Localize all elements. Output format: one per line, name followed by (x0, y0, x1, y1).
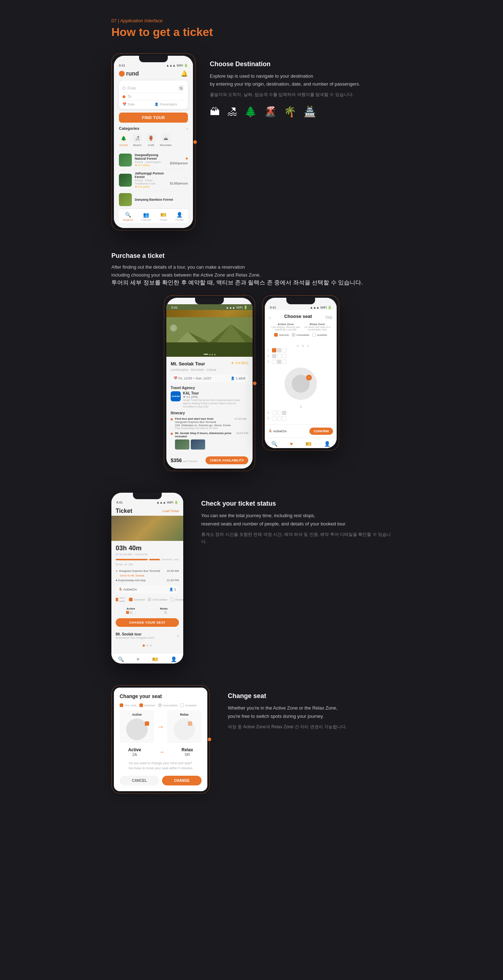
date-row: 📅 Fri, 11/25 ~ Sun, 11/27 👤 1 adult (171, 374, 248, 382)
ticket-app-header: Ticket Load Ticket (111, 505, 183, 516)
zone-change-indicator: Active 2A → Relax 5R (120, 747, 202, 757)
change-seat-card: Change your seat Your seat Selected (114, 687, 207, 791)
seat-4A[interactable] (272, 411, 276, 415)
nav-profile-3[interactable]: 👤 (171, 656, 177, 662)
nav-friends[interactable]: 👥 Friends (141, 212, 151, 221)
tour-rating: ★ 4.9 (501) (231, 361, 248, 365)
nav-wishlist-2[interactable]: ♥ (136, 656, 140, 662)
load-ticket-link[interactable]: Load Ticket (162, 509, 179, 513)
from-row[interactable]: From ⇅ (122, 83, 184, 93)
passengers-field[interactable]: 👤 Passengers (154, 102, 184, 106)
tour-item-3[interactable]: Danyang Bamboo Forest (119, 191, 188, 208)
dot-marker-1 (193, 140, 197, 144)
nav-ticket[interactable]: 🎫 Ticket (160, 212, 167, 221)
from-icon (122, 87, 125, 89)
nav-ticket-2[interactable]: 🎫 (305, 441, 311, 447)
seat-4B[interactable] (277, 411, 281, 415)
my-seat-indicator (126, 611, 129, 614)
fav-icon-1[interactable]: ♥ (186, 156, 188, 161)
tour-info-2: Jathyanggi Pureun Forest Forest · Other … (135, 172, 167, 188)
section2-desc: After finding out the details of a tour,… (111, 263, 392, 279)
to-row[interactable]: To (122, 93, 184, 100)
zone-change-arrow: → (157, 722, 164, 731)
skip-btn[interactable]: Skip (325, 315, 332, 319)
cat-forest[interactable]: 🌲 Forest (119, 134, 128, 147)
seat-2A (272, 354, 276, 358)
cat-beach[interactable]: 🏖 Beach (133, 134, 142, 147)
icon-mountain-dec: 🏔 (210, 106, 220, 118)
bottom-nav: 🔍 Explore 👥 Friends 🎫 Ticket 👤 (119, 208, 188, 223)
active-seat-marker (145, 721, 149, 726)
status-bar-2: 9:41 ▲▲▲ WiFi 🔋 (167, 304, 252, 310)
itin-item-2: Mt. Seolak Stop 5 hours, Admission price… (171, 431, 248, 450)
find-tour-button[interactable]: FIND TOUR (119, 113, 188, 123)
active-zone-map: Active (120, 710, 154, 743)
seat-row-1: 1 (268, 348, 286, 352)
bell-icon[interactable]: 🔔 (181, 70, 188, 77)
confirm-button[interactable]: CONFIRM (309, 428, 333, 435)
section3-desc: You can see the total journey time, incl… (201, 512, 392, 528)
nav-explore-2[interactable]: 🔍 (271, 441, 278, 447)
cat-craft[interactable]: 🏺 Craft (146, 134, 156, 147)
nav-wishlist[interactable]: ♥ (290, 441, 293, 447)
tour-item-2[interactable]: Jathyanggi Pureun Forest Forest · Other … (119, 169, 188, 191)
section1-korean: 출발지와 도착지, 날짜, 탑승객 수를 입력하여 여행지를 탐색할 수 있습니… (210, 91, 392, 98)
relax-zone-label: Relax Zone Lie down and relax in a comfo… (302, 323, 332, 331)
seat-1A[interactable] (272, 348, 276, 352)
date-field[interactable]: 📅 Date (122, 102, 152, 106)
app-header: rund 🔔 (119, 68, 188, 81)
ticket-title: Ticket (116, 508, 132, 514)
nav-explore[interactable]: 🔍 Explore (123, 212, 133, 221)
nav-profile-2[interactable]: 👤 (324, 441, 330, 447)
mini-seat-visual: Active Relax (116, 606, 179, 615)
tour-info-3: Danyang Bamboo Forest (135, 198, 188, 201)
nav-ticket-3[interactable]: 🎫 (152, 656, 158, 662)
itinerary-section: Itinerary Find bus and start tour from G… (171, 411, 248, 450)
phone-notch-3 (286, 298, 315, 304)
seat-3C[interactable] (282, 360, 286, 364)
seat-5C[interactable] (282, 417, 286, 421)
change-desc: Do you want to change your zone and seat… (120, 761, 202, 771)
price-row: $356 per Person CHECK AVAILABILITY (171, 453, 248, 464)
section-label: 07 | Application Interface (111, 18, 392, 23)
category-icons-decorative: 🏔 🏖 🌲 🌋 🌴 🏯 (210, 106, 392, 118)
tour-info-1: Daegwallyeong Natural Forest Forest · La… (135, 153, 167, 167)
seat-1B (277, 348, 281, 352)
seat-2C[interactable] (282, 354, 286, 358)
to-icon (122, 95, 125, 98)
fav-icon-2[interactable]: ♡ (184, 176, 188, 181)
itin-drive: Drive to Mt. Seolak (116, 573, 179, 578)
agency-logo: HANJIN (171, 391, 181, 401)
section3-heading: Check your ticket status (201, 500, 392, 508)
section4-heading: Change seat (228, 692, 392, 700)
seat-1C[interactable] (282, 348, 286, 352)
seat-info: 🪑 Active/2A (268, 430, 287, 433)
cancel-button[interactable]: CANCEL (120, 776, 159, 786)
agency-info: KAL Tour ★ 4.1 (263) Hanjin Travel has g… (183, 391, 248, 408)
change-seat-dashed: Change your seat Your seat Selected (111, 685, 210, 794)
seat-3B (277, 360, 281, 364)
carousel-dot-3 (214, 354, 216, 355)
legend-selected-box (274, 333, 278, 337)
section4-text: Change seat Whether you're in the Active… (228, 685, 392, 733)
nav-profile[interactable]: 👤 Profile (175, 212, 184, 221)
ticket-phone-wrapper: 9:41 ▲▲▲ WiFi 🔋 Ticket Load Ticket 03h 4… (111, 493, 183, 663)
back-icon-seat[interactable]: ‹ (269, 315, 271, 320)
seat-5A[interactable] (272, 417, 276, 421)
arrow-icon[interactable]: › (177, 633, 179, 639)
tour-name: Mt. Seolak Tour (171, 361, 205, 366)
seat-3A[interactable] (272, 360, 276, 364)
seat-dashed: 9:41 ▲▲▲ WiFi 🔋 ‹ Choose seat Skip (262, 295, 339, 450)
tour-item-1[interactable]: Daegwallyeong Natural Forest Forest · La… (119, 151, 188, 169)
change-seat-button[interactable]: CHANGE YOUR SEAT (116, 618, 179, 627)
swap-icon[interactable]: ⇅ (178, 85, 184, 91)
check-availability-btn[interactable]: CHECK AVAILABILITY (206, 457, 248, 464)
change-button[interactable]: CHANGE (162, 776, 202, 786)
cat-mountain[interactable]: ⛰ Mountain (160, 134, 172, 147)
seat-5B[interactable] (277, 417, 281, 421)
status-bar-3: 9:41 ▲▲▲ WiFi 🔋 (265, 304, 336, 310)
nav-explore-3[interactable]: 🔍 (118, 656, 124, 662)
seat-2B[interactable] (277, 354, 281, 358)
section1-text: Choose Destination Explore tap is used t… (210, 53, 392, 118)
ticket-time-range: 07:10:30 AM – 16:10 PM (116, 553, 179, 556)
